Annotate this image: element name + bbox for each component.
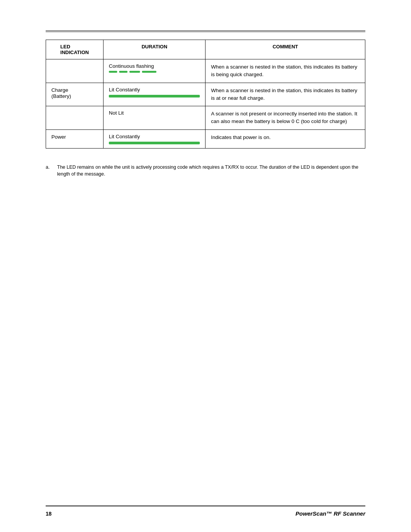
comment-cell-3: A scanner is not present or incorrectly … — [206, 106, 365, 130]
comment-text-4: Indicates that power is on. — [211, 134, 271, 140]
table-header-row: LED INDICATION DURATION COMMENT — [46, 40, 365, 59]
led-cell-1 — [46, 59, 104, 83]
duration-text-2: Lit Constantly — [109, 87, 200, 93]
duration-cell-4: Lit Constantly — [104, 129, 206, 148]
led-label-2: Charge (Battery) — [51, 87, 71, 99]
led-dash-1 — [109, 71, 117, 73]
table-row: Not Lit A scanner is not present or inco… — [46, 106, 365, 130]
header-comment: COMMENT — [206, 40, 365, 59]
comment-cell-4: Indicates that power is on. — [206, 129, 365, 148]
led-cell-2: Charge (Battery) — [46, 83, 104, 106]
duration-text-4: Lit Constantly — [109, 134, 200, 139]
duration-text-1: Continuous flashing — [109, 63, 200, 69]
comment-text-2: When a scanner is nested in the station,… — [211, 88, 357, 101]
comment-text-1: When a scanner is nested in the station,… — [211, 64, 357, 77]
led-bar-full-charge — [109, 95, 200, 97]
duration-cell-3: Not Lit — [104, 106, 206, 130]
table-row: Continuous flashing When a scanner is ne… — [46, 59, 365, 83]
brand-name: PowerScan™ RF Scanner — [296, 510, 365, 517]
duration-text-3: Not Lit — [109, 110, 200, 116]
led-cell-4: Power — [46, 129, 104, 148]
footnote-text: The LED remains on while the unit is act… — [57, 165, 358, 177]
page-number: 18 — [46, 511, 52, 517]
flashing-indicator — [109, 71, 200, 73]
table-row: Charge (Battery) Lit Constantly When a s… — [46, 83, 365, 106]
top-rule — [46, 30, 365, 32]
led-bar-power — [109, 142, 200, 144]
footnote-label: a. — [46, 164, 52, 171]
led-label-4: Power — [51, 134, 66, 140]
led-cell-3 — [46, 106, 104, 130]
header-duration: DURATION — [104, 40, 206, 59]
led-dash-3 — [129, 71, 140, 73]
page-footer: 18 PowerScan™ RF Scanner — [46, 505, 365, 517]
footnote: a. The LED remains on while the unit is … — [46, 164, 365, 178]
header-led: LED INDICATION — [46, 40, 104, 59]
led-dash-2 — [119, 71, 127, 73]
led-dash-4 — [142, 71, 156, 73]
page-container: LED INDICATION DURATION COMMENT Continuo… — [0, 0, 411, 532]
duration-cell-2: Lit Constantly — [104, 83, 206, 106]
comment-cell-2: When a scanner is nested in the station,… — [206, 83, 365, 106]
led-table: LED INDICATION DURATION COMMENT Continuo… — [46, 40, 365, 149]
comment-text-3: A scanner is not present or incorrectly … — [211, 111, 357, 124]
duration-cell-1: Continuous flashing — [104, 59, 206, 83]
comment-cell-1: When a scanner is nested in the station,… — [206, 59, 365, 83]
table-row: Power Lit Constantly Indicates that powe… — [46, 129, 365, 148]
